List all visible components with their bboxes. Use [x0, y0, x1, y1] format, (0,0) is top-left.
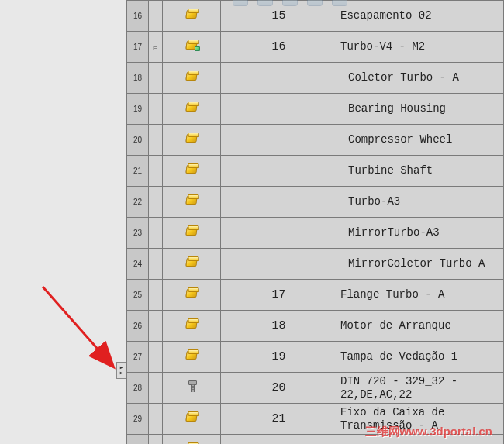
- part-name-cell[interactable]: Tampa de Vedação 1: [337, 342, 504, 373]
- item-number-cell[interactable]: 16: [221, 32, 337, 63]
- part-name-cell[interactable]: Turbo-A3: [337, 187, 504, 218]
- row-number-cell[interactable]: 29: [127, 404, 149, 435]
- part-name-cell[interactable]: Flange Turbo - A: [337, 280, 504, 311]
- table-row[interactable]: 2517Flange Turbo - A: [127, 280, 504, 311]
- row-number-cell[interactable]: 20: [127, 125, 149, 156]
- expand-cell: [149, 404, 163, 435]
- item-number-cell[interactable]: [221, 63, 337, 94]
- row-number-cell[interactable]: 17: [127, 32, 149, 63]
- part-name-cell[interactable]: Turbine Shaft: [337, 156, 504, 187]
- table-row[interactable]: 18Coletor Turbo - A: [127, 63, 504, 94]
- row-number-cell[interactable]: 28: [127, 373, 149, 404]
- item-number-cell[interactable]: [221, 218, 337, 249]
- part-icon: [185, 256, 198, 268]
- part-icon: [185, 349, 198, 361]
- icon-cell: [163, 63, 221, 94]
- expand-cell: [149, 94, 163, 125]
- expand-cell: [149, 311, 163, 342]
- part-icon: [185, 9, 198, 20]
- collapse-icon[interactable]: ⊟: [153, 45, 158, 52]
- part-icon: [185, 133, 198, 144]
- icon-cell: [163, 311, 221, 342]
- viewport-toolbar-overlay: [233, 0, 347, 6]
- part-name-cell[interactable]: Escapamento 02: [337, 1, 504, 32]
- icon-cell: [163, 435, 221, 445]
- icon-cell: [163, 373, 221, 404]
- expand-cell: [149, 249, 163, 280]
- part-icon: [185, 318, 198, 330]
- part-name-cell[interactable]: Bearing Housing: [337, 94, 504, 125]
- item-number-cell[interactable]: 22: [221, 435, 337, 445]
- row-number-cell[interactable]: 23: [127, 218, 149, 249]
- row-number-cell[interactable]: 27: [127, 342, 149, 373]
- row-number-cell[interactable]: 24: [127, 249, 149, 280]
- row-number-cell[interactable]: 30: [127, 435, 149, 445]
- panel-flyout-tab[interactable]: ▶▶: [116, 362, 126, 379]
- icon-cell: [163, 156, 221, 187]
- icon-cell: [163, 94, 221, 125]
- watermark-text: 三维网www.3dportal.cn: [365, 425, 492, 439]
- expand-cell: [149, 435, 163, 445]
- item-number-cell[interactable]: [221, 156, 337, 187]
- row-number-cell[interactable]: 19: [127, 94, 149, 125]
- item-number-cell[interactable]: [221, 187, 337, 218]
- table-row[interactable]: 19Bearing Housing: [127, 94, 504, 125]
- expand-cell[interactable]: ⊟: [149, 32, 163, 63]
- item-number-cell[interactable]: [221, 94, 337, 125]
- part-name-cell[interactable]: MirrorTurbo-A3: [337, 218, 504, 249]
- icon-cell: [163, 187, 221, 218]
- row-number-cell[interactable]: 21: [127, 156, 149, 187]
- bom-table[interactable]: 1615Escapamento 0217⊟16Turbo-V4 - M218Co…: [126, 0, 504, 444]
- svg-line-1: [43, 287, 112, 366]
- part-icon: [185, 102, 198, 113]
- item-number-cell[interactable]: 18: [221, 311, 337, 342]
- icon-cell: [163, 1, 221, 32]
- table-row[interactable]: 2618Motor de Arranque: [127, 311, 504, 342]
- icon-cell: [163, 32, 221, 63]
- expand-cell: [149, 1, 163, 32]
- expand-cell: [149, 187, 163, 218]
- item-number-cell[interactable]: 20: [221, 373, 337, 404]
- row-number-cell[interactable]: 18: [127, 63, 149, 94]
- item-number-cell[interactable]: 17: [221, 280, 337, 311]
- icon-cell: [163, 125, 221, 156]
- row-number-cell[interactable]: 16: [127, 1, 149, 32]
- part-name-cell[interactable]: Motor de Arranque: [337, 311, 504, 342]
- table-row[interactable]: 24MirrorColetor Turbo A: [127, 249, 504, 280]
- row-number-cell[interactable]: 22: [127, 187, 149, 218]
- row-number-cell[interactable]: 26: [127, 311, 149, 342]
- icon-cell: [163, 218, 221, 249]
- item-number-cell[interactable]: 19: [221, 342, 337, 373]
- part-name-cell[interactable]: Coletor Turbo - A: [337, 63, 504, 94]
- part-icon: [185, 71, 198, 82]
- icon-cell: [163, 342, 221, 373]
- part-icon: [185, 194, 198, 206]
- table-row[interactable]: 2820DIN 720 - 329_32 - 22,DE,AC,22: [127, 373, 504, 404]
- part-name-cell[interactable]: Compressor Wheel: [337, 125, 504, 156]
- table-row[interactable]: 2719Tampa de Vedação 1: [127, 342, 504, 373]
- assembly-icon: [185, 40, 198, 51]
- expand-cell: [149, 156, 163, 187]
- item-number-cell[interactable]: [221, 125, 337, 156]
- icon-cell: [163, 249, 221, 280]
- icon-cell: [163, 280, 221, 311]
- table-row[interactable]: 23MirrorTurbo-A3: [127, 218, 504, 249]
- row-number-cell[interactable]: 25: [127, 280, 149, 311]
- expand-cell: [149, 63, 163, 94]
- table-row[interactable]: 17⊟16Turbo-V4 - M2: [127, 32, 504, 63]
- part-name-cell[interactable]: DIN 720 - 329_32 - 22,DE,AC,22: [337, 373, 504, 404]
- part-name-cell[interactable]: MirrorColetor Turbo A: [337, 249, 504, 280]
- part-name-cell[interactable]: Turbo-V4 - M2: [337, 32, 504, 63]
- expand-cell: [149, 373, 163, 404]
- table-row[interactable]: 21Turbine Shaft: [127, 156, 504, 187]
- expand-cell: [149, 342, 163, 373]
- icon-cell: [163, 404, 221, 435]
- part-icon: [185, 287, 198, 299]
- item-number-cell[interactable]: 21: [221, 404, 337, 435]
- part-icon: [185, 225, 198, 237]
- item-number-cell[interactable]: [221, 249, 337, 280]
- part-icon: [185, 411, 198, 423]
- table-row[interactable]: 20Compressor Wheel: [127, 125, 504, 156]
- bom-table-container: 1615Escapamento 0217⊟16Turbo-V4 - M218Co…: [126, 0, 504, 444]
- table-row[interactable]: 22Turbo-A3: [127, 187, 504, 218]
